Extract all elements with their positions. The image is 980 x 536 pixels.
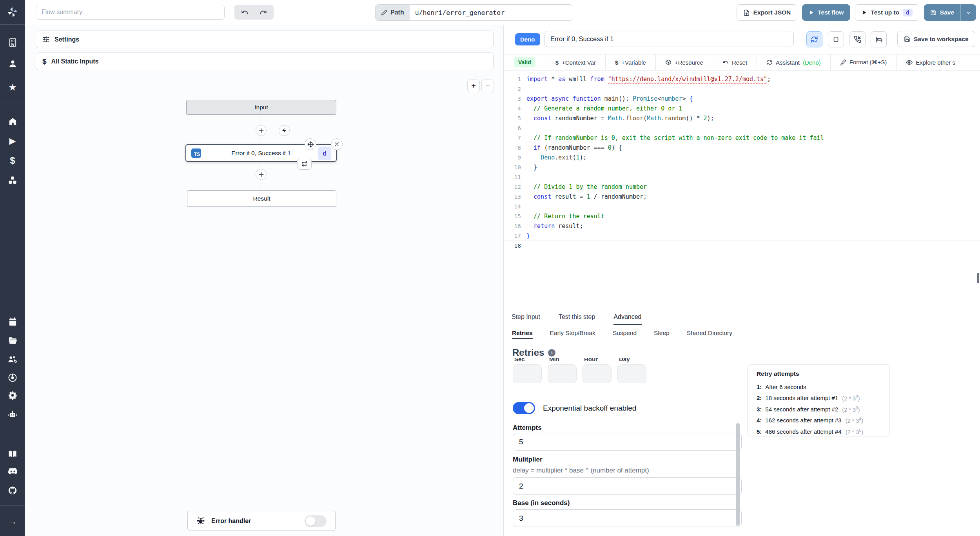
code-editor[interactable]: 1import * as wmill from "https://deno.la… xyxy=(504,71,980,334)
result-node-label: Result xyxy=(253,195,270,202)
test-up-to-button[interactable]: Test up to d xyxy=(855,4,919,21)
error-handler-toggle[interactable] xyxy=(305,515,327,527)
editor-header: Deno Save to workspace xyxy=(504,25,980,54)
add-context-var-button[interactable]: $ +Context Var xyxy=(546,54,605,70)
hour-input[interactable] xyxy=(583,364,612,383)
bot-icon[interactable] xyxy=(0,410,25,419)
tab-test-this-step[interactable]: Test this step xyxy=(559,309,595,325)
tab-advanced[interactable]: Advanced xyxy=(613,309,641,325)
subtab-sleep[interactable]: Sleep xyxy=(654,325,670,341)
code-line[interactable]: 9 Deno.exit(1); xyxy=(504,153,980,163)
code-line[interactable]: 12 // Divide 1 by the random number xyxy=(504,182,980,192)
result-node[interactable]: Result xyxy=(187,190,336,207)
resources-cubes-icon[interactable] xyxy=(0,176,25,185)
code-line[interactable]: 13 const result = 1 / randomNumber; xyxy=(504,192,980,202)
settings-gear-icon[interactable] xyxy=(0,391,25,400)
step-node-title: Error if 0, Success if 1 xyxy=(231,150,291,157)
code-line[interactable]: 4 // Generate a random number, either 0 … xyxy=(504,104,980,114)
redo-button[interactable] xyxy=(255,6,271,18)
code-line[interactable]: 17} xyxy=(504,231,980,241)
attempts-input[interactable] xyxy=(513,433,742,451)
assistant-button[interactable]: Assistant(Deno) xyxy=(757,54,830,70)
bed-sleep-button[interactable] xyxy=(871,31,887,47)
schedules-calendar-icon[interactable] xyxy=(0,317,25,326)
format-button[interactable]: Format (⌘+S) xyxy=(830,54,896,70)
variables-dollar-icon[interactable]: $ xyxy=(0,155,25,166)
flow-settings-bar[interactable]: Settings xyxy=(36,31,494,48)
sync-reload-button[interactable] xyxy=(806,31,822,47)
save-to-workspace-button[interactable]: Save to workspace xyxy=(897,31,975,47)
canvas-zoom-out-button[interactable]: − xyxy=(481,80,494,92)
hour-label: Hour xyxy=(584,358,598,364)
workspace-building-icon[interactable] xyxy=(0,38,25,47)
input-node[interactable]: Input xyxy=(186,100,336,115)
base-input[interactable] xyxy=(513,509,742,527)
add-variable-button[interactable]: $ +Variable xyxy=(605,54,655,70)
code-line[interactable]: 15 // Return the result xyxy=(504,212,980,221)
expand-arrow-right-icon[interactable]: → xyxy=(0,516,25,527)
code-line[interactable]: 6 xyxy=(504,123,980,133)
save-dropdown-caret[interactable] xyxy=(960,4,976,21)
canvas-zoom-in-button[interactable]: + xyxy=(467,80,480,92)
star-icon[interactable]: ★ xyxy=(0,82,25,93)
retry-attempts-title: Retry attempts xyxy=(757,370,889,377)
exponential-backoff-toggle[interactable] xyxy=(513,402,535,414)
folders-icon[interactable] xyxy=(0,336,25,345)
add-resource-button[interactable]: +Resource xyxy=(655,54,713,70)
code-line[interactable]: 5 const randomNumber = Math.floor(Math.r… xyxy=(504,114,980,123)
subtab-retries[interactable]: Retries xyxy=(512,325,533,341)
retry-loop-button[interactable] xyxy=(297,158,312,170)
move-step-handle[interactable] xyxy=(305,138,316,150)
reset-button[interactable]: Reset xyxy=(713,54,757,70)
path-field[interactable]: Path u/henri/error_generator xyxy=(375,4,573,21)
subtab-suspend[interactable]: Suspend xyxy=(613,325,637,341)
code-line[interactable]: 18 xyxy=(504,241,980,251)
code-line[interactable]: 1import * as wmill from "https://deno.la… xyxy=(504,74,980,84)
multiplier-input[interactable] xyxy=(513,477,742,495)
code-line[interactable]: 7 // If randomNumber is 0, exit the scri… xyxy=(504,133,980,143)
panel-splitter[interactable] xyxy=(503,25,504,536)
flow-static-inputs-bar[interactable]: $ All Static Inputs xyxy=(36,53,494,70)
home-icon[interactable] xyxy=(0,117,25,126)
windmill-logo-icon[interactable] xyxy=(0,6,25,18)
sec-input[interactable] xyxy=(513,364,542,383)
explore-scripts-button[interactable]: Explore other s xyxy=(896,54,965,70)
play-icon xyxy=(862,10,867,15)
phone-incoming-button[interactable] xyxy=(849,31,866,47)
groups-users-gear-icon[interactable] xyxy=(0,355,25,364)
runs-play-icon[interactable]: ▶ xyxy=(0,136,25,146)
github-icon[interactable] xyxy=(0,486,25,495)
subtab-early-stop-break[interactable]: Early Stop/Break xyxy=(550,325,595,341)
add-step-button[interactable] xyxy=(256,169,267,180)
code-line[interactable]: 2 xyxy=(504,84,980,94)
code-line[interactable]: 11 xyxy=(504,172,980,182)
discord-icon[interactable] xyxy=(0,467,25,475)
code-line[interactable]: 10 } xyxy=(504,163,980,172)
export-json-button[interactable]: Export JSON xyxy=(737,4,798,21)
info-icon[interactable]: i xyxy=(548,349,555,357)
kill-box-button[interactable] xyxy=(828,31,844,47)
code-line[interactable]: 14 xyxy=(504,202,980,212)
delete-step-button[interactable] xyxy=(331,138,343,150)
day-input[interactable] xyxy=(617,364,646,383)
docs-book-icon[interactable] xyxy=(0,449,25,458)
user-icon[interactable] xyxy=(0,59,25,68)
test-flow-button[interactable]: Test flow xyxy=(802,4,850,21)
flow-summary-input[interactable] xyxy=(36,5,225,20)
error-handler-node[interactable]: Error handler xyxy=(187,511,336,531)
min-input[interactable] xyxy=(548,364,577,383)
undo-button[interactable] xyxy=(237,6,253,18)
subtab-shared-directory[interactable]: Shared Directory xyxy=(687,325,732,341)
add-step-button[interactable] xyxy=(256,125,267,136)
line-number: 12 xyxy=(504,182,521,192)
tab-step-input[interactable]: Step Input xyxy=(512,309,540,325)
scrollbar-thumb[interactable] xyxy=(736,423,740,526)
audit-eye-icon[interactable] xyxy=(0,373,25,382)
save-button[interactable]: Save xyxy=(924,4,960,21)
code-line[interactable]: 3export async function main(): Promise<n… xyxy=(504,94,980,104)
eye-icon xyxy=(906,59,913,66)
code-line[interactable]: 16 return result; xyxy=(504,221,980,231)
trigger-lightning-button[interactable] xyxy=(279,125,290,136)
code-line[interactable]: 8 if (randomNumber === 0) { xyxy=(504,143,980,153)
step-name-input[interactable] xyxy=(544,31,794,47)
